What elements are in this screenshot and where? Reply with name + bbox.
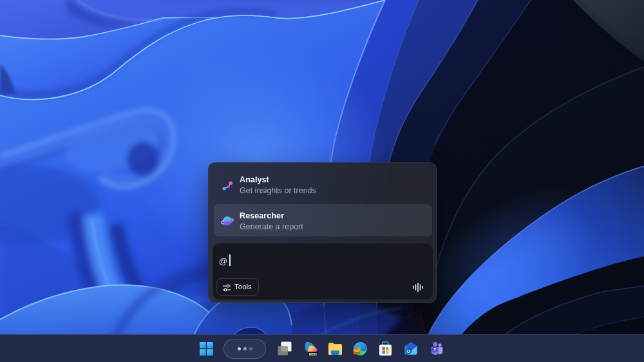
svg-text:T: T bbox=[433, 347, 437, 352]
svg-text:O: O bbox=[406, 348, 410, 354]
svg-text:M365: M365 bbox=[309, 352, 317, 356]
